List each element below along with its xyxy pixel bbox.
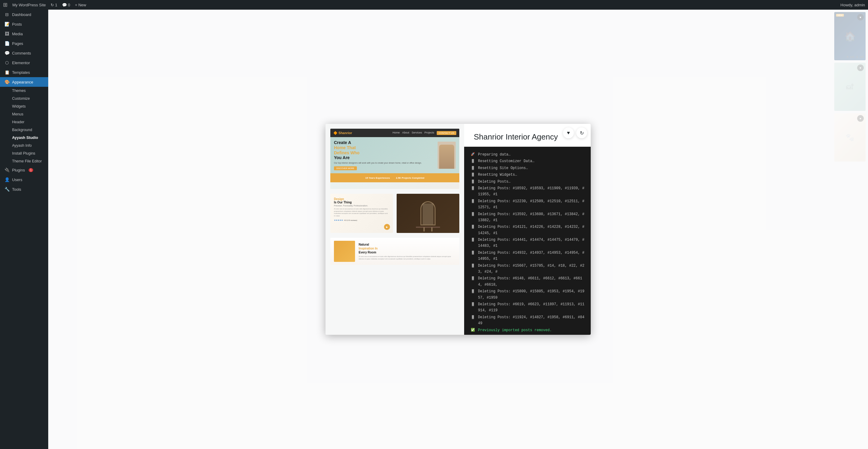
sidebar-submenu-background[interactable]: Background: [0, 126, 48, 134]
log-line-8: ▓ Deleting Posts: #14121, #14226, #14228…: [470, 224, 585, 236]
log-text-ok: Previously imported posts removed.: [478, 327, 552, 333]
users-icon: 👤: [4, 177, 10, 182]
sidebar-submenu-ayyash-studio[interactable]: Ayyash Studio: [0, 134, 48, 141]
log-text-14: Deleting Posts: #6619, #6623, #11897, #1…: [478, 301, 585, 314]
screenshot-card-right: [397, 194, 459, 233]
sidebar-item-appearance[interactable]: 🎨 Appearance: [0, 77, 48, 87]
themes-background: ♥ NEW 🏠 👁 109 ⬇ 109 ♥ 🛋: [48, 10, 868, 449]
arch-window-shape: [421, 201, 435, 225]
card-body-text: At vero eos et accusamus et iusto odio d…: [334, 208, 390, 217]
howdy-text: Howdy, admin: [841, 3, 865, 7]
media-icon: 🖼: [4, 31, 10, 36]
comments-icon[interactable]: 💬 0: [62, 3, 70, 7]
sidebar-submenu-ayyash-info[interactable]: Ayyash Info: [0, 141, 48, 150]
sidebar-item-dashboard[interactable]: ⊟ Dashboard: [0, 10, 48, 19]
spinner-icon-12: ▓: [470, 276, 475, 281]
mockup-hero-image: [438, 141, 456, 169]
tools-icon: 🔧: [4, 187, 10, 192]
spinner-icon-15: ▓: [470, 314, 475, 320]
mockup-hero-cta: DISCOVER MORE: [334, 166, 357, 170]
spinner-icon-3: ▓: [470, 172, 475, 178]
main-content: ♥ NEW 🏠 👁 109 ⬇ 109 ♥ 🛋: [48, 10, 868, 449]
admin-bar: ⊞ My WordPress Site ↻ 1 💬 0 + New Howdy,…: [0, 0, 868, 10]
sidebar-item-plugins[interactable]: 🔌 Plugins 1: [0, 165, 48, 175]
rocket-icon: 🚀: [470, 152, 475, 157]
modal-refresh-button[interactable]: ↻: [576, 127, 587, 138]
log-line-14: ▓ Deleting Posts: #6619, #6623, #11897, …: [470, 301, 585, 314]
sidebar-item-pages[interactable]: 📄 Pages: [0, 39, 48, 48]
sidebar-item-elementor[interactable]: ⬡ Elementor: [0, 58, 48, 67]
spinner-icon-13: ▓: [470, 288, 475, 294]
sidebar-label-comments: Comments: [12, 51, 31, 56]
third-image-block: [334, 241, 355, 262]
sidebar-label-elementor: Elementor: [12, 61, 30, 65]
ok-check-icon: ✅: [470, 327, 475, 333]
sidebar-label-dashboard: Dashboard: [12, 12, 31, 17]
mockup-contact-btn: CONTACT US: [437, 131, 456, 135]
spinner-icon-2: ▓: [470, 165, 475, 171]
new-content-button[interactable]: + New: [75, 3, 86, 7]
sidebar-item-tools[interactable]: 🔧 Tools: [0, 185, 48, 194]
card-subtitle: Is Our Thing: [334, 201, 390, 204]
log-line-7: ▓ Deleting Posts: #13592, #13600, #13671…: [470, 211, 585, 224]
sidebar-item-posts[interactable]: 📝 Posts: [0, 19, 48, 29]
modal-info-panel: Shanrior Interior Agency 🚀 Preparing dat…: [464, 124, 591, 335]
spinner-icon-7: ▓: [470, 211, 475, 217]
sidebar-submenu-theme-file-editor[interactable]: Theme File Editor: [0, 157, 48, 165]
sidebar-item-users[interactable]: 👤 Users: [0, 175, 48, 185]
log-line-4: ▓ Deleting Posts…: [470, 179, 585, 185]
log-text-16: Deleting Posts…: [478, 334, 510, 335]
card-rating: ★★★★★ 4.8 (4.9 reviews): [334, 219, 390, 222]
play-button-icon: ▶: [384, 224, 390, 230]
modal-favorite-button[interactable]: ♥: [563, 127, 574, 138]
screenshot-card-left: Design Is Our Thing Precision. Punctuali…: [330, 194, 393, 233]
mockup-navbar: 🔶 Shanrior Home About Services Projects …: [330, 129, 459, 137]
admin-sidebar: ⊟ Dashboard 📝 Posts 🖼 Media 📄 Pages 💬 Co…: [0, 10, 48, 449]
sidebar-submenu-header[interactable]: Header: [0, 118, 48, 126]
sidebar-item-media[interactable]: 🖼 Media: [0, 29, 48, 39]
spinner-icon-10: ▓: [470, 250, 475, 256]
wp-logo-icon[interactable]: ⊞: [3, 1, 7, 8]
sidebar-item-templates[interactable]: 📋 Templates: [0, 67, 48, 77]
log-text-5: Deleting Posts: #18592, #18593, #11909, …: [478, 185, 585, 198]
sidebar-submenu-customize[interactable]: Customize: [0, 95, 48, 102]
mockup-hero-title-highlight: Home ThatDefines Who: [334, 145, 360, 155]
site-name[interactable]: My WordPress Site: [12, 3, 46, 7]
log-line-11: ▓ Deleting Posts: #15667, #15705, #14, #…: [470, 263, 585, 275]
log-text-13: Deleting Posts: #15800, #15805, #1953, #…: [478, 288, 585, 301]
log-text-7: Deleting Posts: #13592, #13600, #13671, …: [478, 211, 585, 224]
sidebar-submenu-menus[interactable]: Menus: [0, 110, 48, 118]
log-line-0: 🚀 Preparing data…: [470, 152, 585, 158]
sidebar-label-templates: Templates: [12, 70, 30, 75]
sidebar-label-users: Users: [12, 178, 22, 182]
log-text-11: Deleting Posts: #15667, #15705, #14, #18…: [478, 263, 585, 275]
log-line-16: ▓ Deleting Posts…: [470, 334, 585, 335]
spinner-icon-11: ▓: [470, 263, 475, 268]
sidebar-label-tools: Tools: [12, 187, 21, 192]
log-line-ok: ✅ Previously imported posts removed.: [470, 327, 585, 333]
updates-icon[interactable]: ↻ 1: [51, 3, 57, 7]
log-text-3: Resetting Widgets…: [478, 172, 517, 178]
plugins-badge: 1: [29, 168, 33, 172]
plugins-icon: 🔌: [4, 167, 10, 172]
mockup-hero-subtitle: Our top interior designers will work wit…: [334, 162, 435, 164]
log-line-6: ▓ Deleting Posts: #12230, #12509, #12510…: [470, 198, 585, 211]
log-text-6: Deleting Posts: #12230, #12509, #12510, …: [478, 198, 585, 211]
chair-shape: [439, 145, 454, 169]
screenshot-third: Natural Inspiration In Every Room At ver…: [330, 238, 459, 265]
screenshot-row-2: Design Is Our Thing Precision. Punctuali…: [330, 194, 459, 233]
third-body: At vero eos et accusamus et iusto odio d…: [359, 256, 456, 260]
log-line-13: ▓ Deleting Posts: #15800, #15805, #1953,…: [470, 288, 585, 301]
log-text-9: Deleting Posts: #14441, #14474, #14475, …: [478, 237, 585, 249]
sidebar-submenu-widgets[interactable]: Widgets: [0, 102, 48, 110]
log-text-15: Deleting Posts: #11924, #14827, #1958, #…: [478, 314, 585, 327]
spinner-icon-4: ▓: [470, 179, 475, 185]
log-text-2: Resetting Site Options…: [478, 165, 528, 171]
spinner-icon-5: ▓: [470, 185, 475, 191]
sidebar-submenu-install-plugins[interactable]: Install Plugins: [0, 150, 48, 157]
modal-overlay[interactable]: ♥ 🔶 Shanrior Home About Services: [48, 10, 868, 449]
log-text-4: Deleting Posts…: [478, 179, 510, 185]
mockup-nav-links: Home About Services Projects CONTACT US: [393, 131, 456, 135]
sidebar-submenu-themes[interactable]: Themes: [0, 87, 48, 95]
sidebar-item-comments[interactable]: 💬 Comments: [0, 48, 48, 58]
